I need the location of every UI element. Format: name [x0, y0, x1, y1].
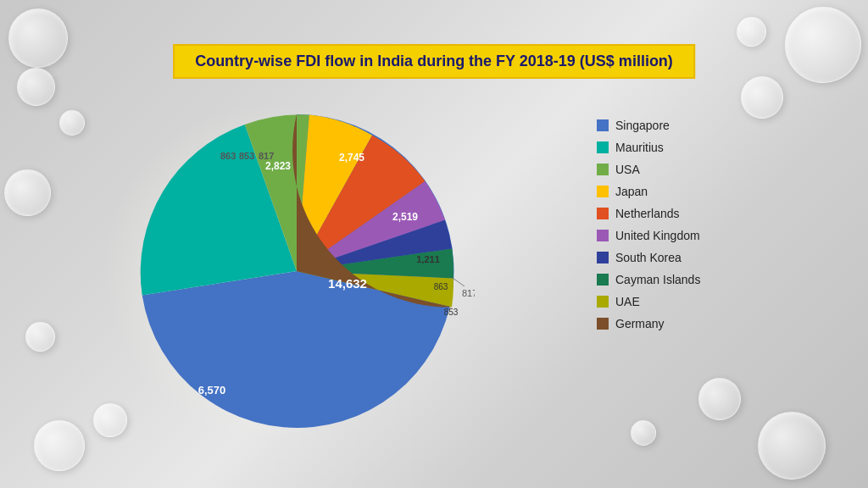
legend-label-uk: United Kingdom [615, 229, 700, 242]
legend-color-southkorea [597, 252, 609, 263]
legend-color-japan [597, 186, 609, 197]
bubble-decoration [737, 17, 766, 47]
outer-label-southkorea: 863 [220, 151, 236, 161]
legend: Singapore Mauritius USA Japan Netherland… [597, 119, 843, 330]
legend-item-uk: United Kingdom [597, 229, 843, 242]
legend-label-netherlands: Netherlands [615, 207, 680, 220]
legend-item-singapore: Singapore [597, 119, 843, 132]
label-cayman: 853 [444, 308, 459, 317]
label-singapore: 14,632 [328, 276, 367, 291]
chart-title: Country-wise FDI flow in India during th… [173, 44, 695, 79]
legend-item-japan: Japan [597, 185, 843, 198]
pie-chart-container: 14,632 6,570 2,823 2,745 2,519 1,211 863… [51, 93, 542, 449]
bubble-decoration [785, 7, 861, 83]
outer-label-uae: 817 [259, 151, 274, 161]
bubble-decoration [4, 169, 51, 216]
legend-color-singapore [597, 119, 609, 131]
legend-color-netherlands [597, 208, 609, 219]
bubble-decoration [8, 8, 68, 68]
legend-item-germany: Germany [597, 317, 843, 330]
legend-label-singapore: Singapore [615, 119, 670, 132]
legend-label-mauritius: Mauritius [615, 141, 664, 154]
legend-item-southkorea: South Korea [597, 251, 843, 264]
label-uk: 1,211 [416, 254, 440, 264]
bubble-decoration [17, 68, 55, 106]
legend-item-netherlands: Netherlands [597, 207, 843, 220]
label-usa: 2,823 [265, 160, 291, 172]
legend-color-mauritius [597, 141, 609, 153]
legend-label-southkorea: South Korea [615, 251, 682, 264]
legend-label-germany: Germany [615, 317, 665, 330]
pie-chart-svg: 14,632 6,570 2,823 2,745 2,519 1,211 863… [119, 93, 475, 449]
bubble-decoration [758, 412, 826, 480]
legend-item-cayman: Cayman Islands [597, 273, 843, 286]
label-southkorea: 863 [434, 282, 448, 291]
bubble-decoration [698, 378, 741, 420]
outer-label-cayman: 853 [239, 151, 254, 161]
legend-label-usa: USA [615, 163, 640, 176]
legend-color-germany [597, 318, 609, 330]
legend-color-cayman [597, 274, 609, 286]
legend-label-japan: Japan [615, 185, 648, 198]
legend-label-cayman: Cayman Islands [615, 273, 700, 286]
bubble-decoration [741, 76, 783, 119]
legend-color-usa [597, 164, 609, 175]
legend-item-usa: USA [597, 163, 843, 176]
legend-item-uae: UAE [597, 295, 843, 308]
label-japan: 2,745 [339, 152, 364, 164]
bubble-decoration [631, 420, 656, 446]
legend-color-uk [597, 230, 609, 241]
legend-color-uae [597, 296, 609, 308]
svg-line-0 [453, 278, 465, 286]
label-uae-outer: 817 [462, 288, 475, 298]
label-netherlands: 2,519 [392, 211, 418, 223]
legend-item-mauritius: Mauritius [597, 141, 843, 154]
legend-label-uae: UAE [615, 295, 640, 308]
label-mauritius: 6,570 [198, 384, 226, 396]
